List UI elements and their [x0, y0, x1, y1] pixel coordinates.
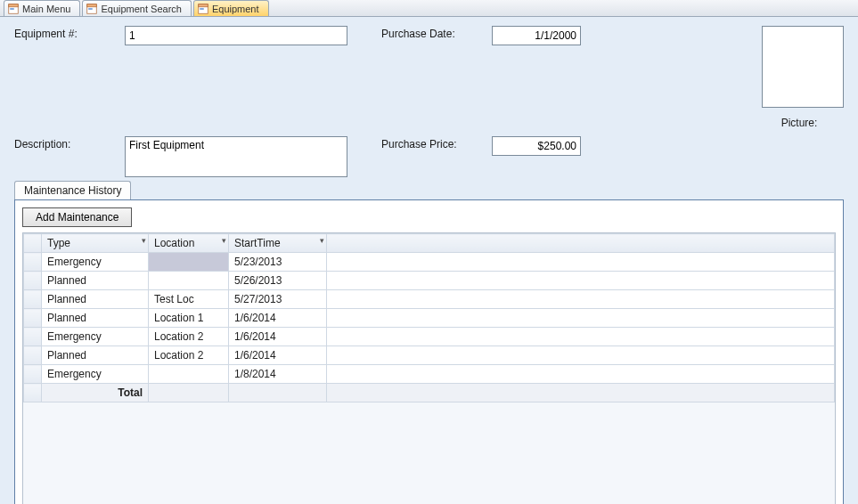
svg-rect-4 [87, 4, 97, 6]
purchase-date-input[interactable] [492, 26, 581, 45]
row-selector[interactable] [24, 365, 42, 384]
table-row[interactable]: Emergency1/8/2014 [24, 365, 835, 384]
svg-rect-7 [199, 4, 208, 6]
cell-type[interactable]: Planned [42, 346, 149, 365]
col-label: Type [47, 237, 70, 249]
col-header-type[interactable]: Type▾ [42, 234, 149, 253]
tab-main-menu[interactable]: Main Menu [4, 0, 80, 16]
col-header-starttime[interactable]: StartTime▾ [229, 234, 327, 253]
col-label: Location [154, 237, 194, 249]
cell-type[interactable]: Planned [42, 272, 149, 290]
chevron-down-icon[interactable]: ▾ [222, 236, 226, 245]
cell-location[interactable] [149, 253, 229, 272]
chevron-down-icon[interactable]: ▾ [142, 236, 146, 245]
cell-starttime[interactable]: 1/6/2014 [229, 328, 327, 346]
cell-blank [327, 365, 835, 384]
cell-blank [327, 272, 835, 290]
svg-rect-1 [9, 4, 19, 6]
row-selector[interactable] [24, 253, 42, 272]
cell-blank [327, 290, 835, 309]
cell-type[interactable]: Planned [42, 290, 149, 309]
cell-starttime[interactable]: 1/6/2014 [229, 346, 327, 365]
purchase-price-label: Purchase Price: [381, 136, 488, 150]
cell-type[interactable]: Emergency [42, 253, 149, 272]
form-icon [8, 4, 19, 14]
equipment-number-input[interactable] [125, 26, 347, 45]
cell-blank [327, 346, 835, 365]
cell-location[interactable] [149, 272, 229, 290]
grid-header-row: Type▾ Location▾ StartTime▾ [24, 234, 835, 253]
cell-blank [327, 309, 835, 328]
row-selector[interactable] [24, 328, 42, 346]
cell-location[interactable]: Location 1 [149, 309, 229, 328]
purchase-date-label: Purchase Date: [381, 26, 488, 40]
col-label: StartTime [234, 237, 281, 249]
table-row[interactable]: Emergency5/23/2013 [24, 253, 835, 272]
total-label: Total [42, 384, 149, 402]
row-selector[interactable] [24, 272, 42, 290]
description-label: Description: [14, 136, 121, 150]
cell-location[interactable]: Location 2 [149, 346, 229, 365]
cell-starttime[interactable]: 1/8/2014 [229, 365, 327, 384]
cell-type[interactable]: Emergency [42, 328, 149, 346]
cell-starttime[interactable]: 5/23/2013 [229, 253, 327, 272]
svg-rect-2 [10, 8, 14, 10]
table-row[interactable]: PlannedTest Loc5/27/2013 [24, 290, 835, 309]
picture-box[interactable] [762, 26, 844, 108]
add-maintenance-button[interactable]: Add Maintenance [22, 207, 132, 227]
table-row[interactable]: EmergencyLocation 21/6/2014 [24, 328, 835, 346]
tab-equipment-search[interactable]: Equipment Search [82, 0, 192, 16]
maintenance-history-panel: Add Maintenance Type▾ Location▾ StartTim… [14, 199, 844, 504]
cell-location[interactable]: Test Loc [149, 290, 229, 309]
cell-starttime[interactable]: 5/26/2013 [229, 272, 327, 290]
cell-location[interactable]: Location 2 [149, 328, 229, 346]
equipment-form-window: Main Menu Equipment Search Equipment Equ… [0, 0, 858, 504]
row-selector[interactable] [24, 290, 42, 309]
svg-rect-5 [89, 8, 94, 10]
tab-label: Equipment Search [101, 4, 182, 14]
picture-label: Picture: [755, 115, 844, 129]
table-row[interactable]: PlannedLocation 11/6/2014 [24, 309, 835, 328]
tab-label: Main Menu [22, 4, 70, 14]
maintenance-grid: Type▾ Location▾ StartTime▾ Emergency5/23… [22, 232, 836, 504]
row-selector[interactable] [24, 346, 42, 365]
cell-starttime[interactable]: 1/6/2014 [229, 309, 327, 328]
cell-starttime[interactable]: 5/27/2013 [229, 290, 327, 309]
grid-scroll-region[interactable]: Type▾ Location▾ StartTime▾ Emergency5/23… [23, 233, 835, 504]
col-header-blank [327, 234, 835, 253]
form-icon [198, 4, 208, 14]
tab-maintenance-history[interactable]: Maintenance History [14, 181, 131, 199]
tab-label: Equipment [212, 4, 259, 14]
col-header-location[interactable]: Location▾ [149, 234, 229, 253]
form-header: Equipment #: Purchase Date: Picture: Des… [0, 17, 858, 181]
cell-type[interactable]: Emergency [42, 365, 149, 384]
cell-type[interactable]: Planned [42, 309, 149, 328]
purchase-price-input[interactable] [492, 136, 581, 156]
cell-location[interactable] [149, 365, 229, 384]
row-selector[interactable] [24, 309, 42, 328]
chevron-down-icon[interactable]: ▾ [320, 236, 324, 245]
cell-blank [327, 253, 835, 272]
cell-blank [327, 328, 835, 346]
description-input[interactable]: First Equipment [125, 136, 347, 177]
window-tab-bar: Main Menu Equipment Search Equipment [0, 0, 858, 17]
table-row[interactable]: Planned5/26/2013 [24, 272, 835, 290]
select-all-corner[interactable] [24, 234, 42, 253]
total-row: Total [24, 384, 835, 402]
equipment-number-label: Equipment #: [14, 26, 121, 40]
svg-rect-8 [200, 8, 204, 10]
table-row[interactable]: PlannedLocation 21/6/2014 [24, 346, 835, 365]
tab-equipment[interactable]: Equipment [193, 0, 269, 16]
subform-area: Maintenance History Add Maintenance Type… [0, 181, 858, 504]
form-icon [86, 4, 97, 14]
